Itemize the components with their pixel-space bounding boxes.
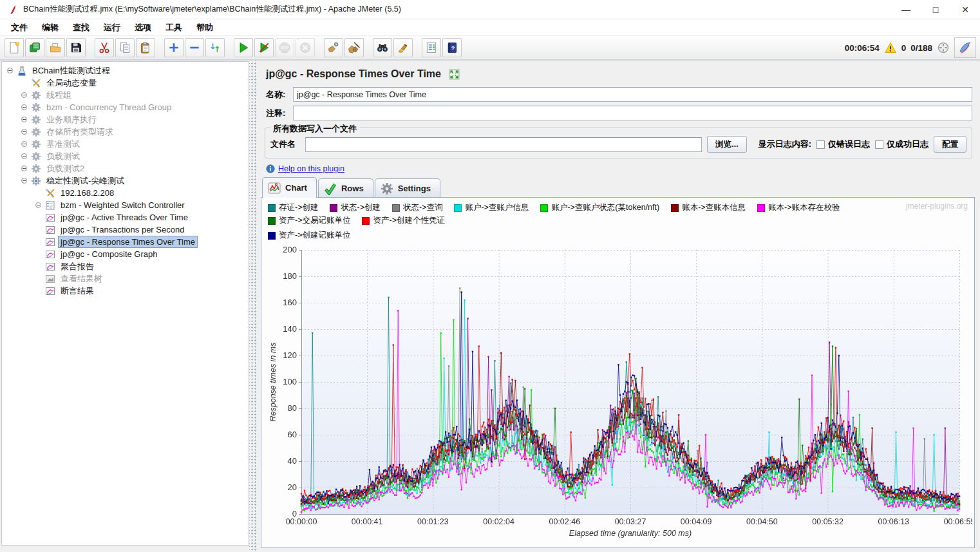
maximize-panel-icon[interactable]: [449, 69, 460, 80]
save-button[interactable]: [66, 38, 86, 57]
tree-expand-handle[interactable]: [21, 178, 27, 184]
tree-item-label: bzm - Weighted Switch Controller: [59, 200, 187, 211]
wrench-icon: [45, 188, 55, 198]
tree-item-response-times[interactable]: jp@gc - Response Times Over Time: [2, 236, 249, 248]
clear-button[interactable]: [324, 38, 343, 57]
collapse-all-button[interactable]: [185, 38, 204, 57]
legend-swatch-icon: [268, 204, 276, 212]
tree-item-view-results-tree[interactable]: 查看结果树: [2, 272, 249, 285]
warning-count: 0: [901, 43, 907, 53]
search-reset-button[interactable]: [393, 38, 413, 57]
tree-item-thread-group[interactable]: 线程组: [2, 89, 249, 101]
maximize-button[interactable]: □: [921, 0, 950, 19]
success-only-checkbox[interactable]: 仅成功日志: [875, 138, 928, 150]
tree-expand-handle[interactable]: [21, 104, 27, 110]
tree-item-transactions-per-sec[interactable]: jp@gc - Transactions per Second: [2, 224, 249, 236]
tree-item-active-threads[interactable]: jp@gc - Active Threads Over Time: [2, 211, 249, 224]
configure-button[interactable]: 配置: [934, 136, 966, 153]
jmeter-feather-icon: [6, 4, 18, 15]
remote-start-icon[interactable]: [937, 41, 950, 54]
browse-button[interactable]: 浏览...: [707, 136, 746, 153]
legend-item: 账户->查账户信息: [454, 202, 529, 213]
errors-only-checkbox[interactable]: 仅错误日志: [816, 138, 870, 150]
tree-expand-handle[interactable]: [21, 153, 27, 159]
tree-item-baseline-test[interactable]: 基准测试: [2, 138, 249, 150]
errors-only-label: 仅错误日志: [828, 138, 870, 150]
chart-icon: [45, 237, 55, 247]
new-file-button[interactable]: [5, 38, 24, 57]
tab-settings[interactable]: Settings: [375, 178, 440, 198]
start-no-timers-button[interactable]: [254, 38, 274, 57]
success-only-checkbox-box[interactable]: [875, 140, 883, 149]
cut-button[interactable]: [95, 38, 114, 57]
help-button[interactable]: ?: [442, 38, 462, 57]
tree-expand-handle[interactable]: [21, 117, 27, 122]
tree-item-label: jp@gc - Composite Graph: [59, 249, 159, 260]
errors-only-checkbox-box[interactable]: [816, 140, 825, 149]
tree-expand-handle[interactable]: [21, 166, 27, 171]
tree-item-host-192-168-2-208[interactable]: 192.168.2.208: [2, 187, 249, 199]
search-button[interactable]: [373, 38, 392, 57]
paste-button[interactable]: [136, 38, 155, 57]
function-helper-button[interactable]: [422, 38, 441, 57]
tab-rows[interactable]: Rows: [318, 178, 373, 198]
comment-input[interactable]: [293, 106, 972, 120]
legend-item: 存证->创建: [268, 202, 318, 213]
tree-expand-handle[interactable]: [35, 202, 41, 208]
filename-input[interactable]: [305, 137, 702, 152]
panel-splitter[interactable]: [249, 61, 257, 551]
filename-label: 文件名: [270, 138, 300, 150]
menu-item-0[interactable]: 文件: [5, 20, 33, 35]
menu-item-3[interactable]: 运行: [98, 20, 126, 35]
tree-expand-handle[interactable]: [21, 129, 27, 135]
tree-item-business-seq[interactable]: 业务顺序执行: [2, 113, 249, 126]
jmeter-logo-button[interactable]: [954, 37, 976, 58]
tree-item-label: BChain性能测试过程: [30, 64, 112, 77]
tree-expand-handle[interactable]: [21, 92, 27, 98]
write-results-group: 所有数据写入一个文件 文件名 浏览... 显示日志内容: 仅错误日志 仅成功日志…: [265, 128, 972, 158]
warning-icon[interactable]: [884, 41, 897, 54]
page-title: jp@gc - Response Times Over Time: [266, 68, 441, 80]
start-button[interactable]: [234, 38, 253, 57]
tab-chart[interactable]: Chart: [262, 177, 317, 198]
toolbar: STOP? 00:06:54 0 0/188: [0, 36, 980, 61]
legend-item: 账户->查账户状态(某token/nft): [540, 202, 659, 213]
tree-expand-handle[interactable]: [21, 141, 27, 147]
log-display-label: 显示日志内容:: [759, 138, 811, 150]
legend-item: 资产->交易记账单位: [268, 215, 350, 226]
elapsed-timer: 00:06:54: [845, 43, 880, 53]
menu-item-4[interactable]: 选项: [129, 20, 157, 35]
shutdown-button: [296, 38, 315, 57]
open-button[interactable]: [46, 38, 65, 57]
tree-item-concurrency-group[interactable]: bzm - Concurrency Thread Group: [2, 101, 249, 113]
clear-all-button[interactable]: [344, 38, 364, 57]
copy-button[interactable]: [115, 38, 135, 57]
menu-item-1[interactable]: 编辑: [36, 20, 64, 35]
name-input[interactable]: [293, 87, 972, 102]
tree-item-label: jp@gc - Transactions per Second: [59, 224, 186, 235]
gear-icon: [31, 115, 41, 125]
tree-item-stability-spike[interactable]: 稳定性测试-尖峰测试: [2, 175, 249, 187]
minimize-button[interactable]: —: [891, 0, 921, 19]
menu-item-5[interactable]: 工具: [160, 20, 188, 35]
tree-item-weighted-switch[interactable]: bzm - Weighted Switch Controller: [2, 199, 249, 211]
menu-item-2[interactable]: 查找: [67, 20, 95, 35]
toggle-button[interactable]: [205, 38, 225, 57]
tree-item-load-test[interactable]: 负载测试: [2, 150, 249, 162]
tree-item-test-plan[interactable]: BChain性能测试过程: [2, 64, 249, 77]
tree-item-load-test-2[interactable]: 负载测试2: [2, 162, 249, 175]
tree-item-global-vars[interactable]: 全局动态变量: [2, 77, 249, 89]
help-plugin-link[interactable]: Help on this plugin: [278, 164, 344, 173]
tree-item-assertion-results[interactable]: 断言结果: [2, 285, 249, 297]
window-title: BChain性能测试过程.jmx (E:\mySoftware\jmeter\e…: [23, 4, 891, 15]
expand-all-button[interactable]: [164, 38, 184, 57]
tree-expand-handle[interactable]: [7, 68, 13, 73]
templates-button[interactable]: [25, 38, 44, 57]
tree-item-store-all-requests[interactable]: 存储所有类型请求: [2, 126, 249, 138]
tree-item-composite-graph[interactable]: jp@gc - Composite Graph: [2, 248, 249, 260]
menu-item-6[interactable]: 帮助: [191, 20, 219, 35]
tree-item-aggregate-report[interactable]: 聚合报告: [2, 260, 249, 272]
watermark: jmeter-plugins.org: [906, 202, 968, 211]
close-button[interactable]: ✕: [950, 0, 980, 19]
chart-icon: [45, 262, 55, 272]
